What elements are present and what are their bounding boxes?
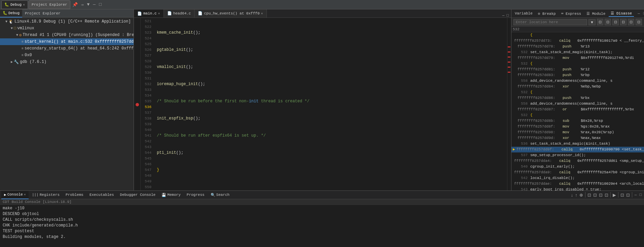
disasm-src-543: 543 early_boot_irqs_disabled = true; [511, 187, 644, 190]
editor-minimize[interactable]: — [501, 13, 506, 17]
scroll-marker-5 [508, 67, 510, 68]
tree-gdb[interactable]: ▶ 🔧 gdb (7.6.1) [0, 59, 134, 65]
tree-root-label: Linux4.18.9 Debug (1) [C/C++ Remote Appl… [14, 19, 131, 24]
gutter-536[interactable] [134, 102, 141, 107]
disasm-ops-dd9d: %eax,%eax [581, 135, 601, 141]
bottom-nav-8[interactable]: ▶ [612, 192, 617, 198]
disasm-src-532-3: 532 { [511, 90, 644, 95]
tree-0x0[interactable]: ≡ 0x0 [0, 52, 134, 59]
vmlinux-arrow: ▼ [11, 27, 13, 30]
console-line-call: CALL scripts/checksyscalls.sh [3, 217, 641, 223]
toolbar-minimize[interactable]: — [92, 1, 97, 8]
tab-progress[interactable]: Progress [184, 191, 207, 199]
tab-memory[interactable]: 💾 Memory [159, 191, 183, 199]
location-nav-btn1[interactable]: ⊡ [597, 19, 603, 25]
gutter-522 [134, 24, 141, 29]
location-nav-btn6[interactable]: ⊡ [636, 19, 642, 25]
debug-tab-close[interactable]: ✕ [23, 3, 25, 7]
bottom-minimize[interactable]: — [634, 193, 638, 197]
location-nav-btn5[interactable]: ⊡ [628, 19, 634, 25]
tree-secondary-startup[interactable]: ≡ secondary_startup_64() at head_64.S:24… [0, 45, 134, 52]
tree-root[interactable]: ▼ 🐧 Linux4.18.9 Debug (1) [C/C++ Remote … [0, 18, 134, 25]
tab-executables[interactable]: Executables [87, 191, 117, 199]
right-panel-minimize[interactable]: — [637, 11, 641, 15]
code-editor[interactable]: kmem_cache_init(); pgtable_init(); vmall… [154, 18, 507, 190]
tab-search[interactable]: 🔍 Search [208, 191, 232, 199]
tab-breakp[interactable]: ⊙ Breakp [536, 11, 558, 16]
disasm-ops-dd8f: %gs:0x28,%rax [581, 124, 610, 130]
gutter-527 [134, 52, 141, 57]
toolbar-maximize[interactable]: □ [98, 1, 103, 8]
editor-tab-bar: 📄 main.c ✕ 📄 head64.c 📄 cpu_hw_events() … [134, 9, 511, 18]
bottom-nav-10[interactable]: ⊡ [625, 192, 631, 198]
toolbar-forward[interactable]: ⇒ [80, 1, 85, 8]
disasm-line-dd78: ffffffff8257dd78: push %r13 [511, 44, 644, 49]
toolbar-dropdown[interactable]: ▼ [86, 1, 91, 8]
tab-module[interactable]: ☰ Module [584, 11, 607, 16]
tab-cpu-hw-events[interactable]: 📄 cpu_hw_events() at 0xfff0 ✕ [194, 9, 266, 17]
disasm-src-532-2: 532 { [511, 61, 644, 67]
disasm-linenum-src-4: 532 [517, 112, 528, 118]
tab-project-explorer[interactable]: Project Explorer [29, 0, 70, 9]
breakp-tab-label: Breakp [542, 12, 556, 16]
tab-debug[interactable]: 🐛 Debug ✕ [1, 0, 28, 9]
disasm-instr-dd9d: xor [563, 135, 579, 141]
tree-thread-label: Thread #1 1 (CPU#0 [running]) (Suspended… [23, 33, 134, 37]
bottom-nav-5[interactable]: ⊡ [593, 192, 598, 198]
bottom-nav-9[interactable]: ⊡ [620, 192, 625, 198]
debug-tab-icon: 🐛 [4, 2, 9, 7]
main-c-label: main.c [143, 11, 157, 15]
cpu-hw-close[interactable]: ✕ [261, 11, 263, 15]
disasm-instr-dd83: push [563, 72, 579, 78]
disasm-line-dd87: ffffffff8257dd87: or $0xffffffffffffffff… [511, 107, 644, 112]
disasm-brace-3: { [530, 90, 533, 95]
bottom-nav-7[interactable]: ⊡ [604, 192, 609, 198]
tab-project-explorer-left[interactable]: Project Explorer [22, 9, 63, 17]
tab-variable[interactable]: Variable [513, 11, 535, 16]
bottom-nav-4[interactable]: ⊡ [587, 192, 592, 198]
breakp-tab-icon: ⊙ [538, 12, 540, 16]
tab-registers[interactable]: ||| Registers [29, 191, 62, 199]
bottom-nav-3[interactable]: ⊕ [579, 192, 584, 198]
editor-gutter [134, 18, 141, 190]
disasm-ops-dda4: 0xffffffff8257dd61 <smp_setup_p... [577, 158, 644, 164]
bottom-nav-6[interactable]: ⊡ [598, 192, 603, 198]
tree-start-kernel[interactable]: ≡ start_kernel() at main.c:532 0xfffffff… [0, 38, 134, 45]
gdb-arrow: ▶ [11, 60, 13, 64]
disasm-instr-dd81: push [563, 67, 579, 72]
tab-debugger-console[interactable]: Debugger Console [117, 191, 158, 199]
bottom-maximize[interactable]: □ [638, 193, 643, 197]
code-line-525: /* Should be run before the first non-in… [157, 99, 507, 104]
bottom-nav-up[interactable]: ↑ [574, 192, 578, 198]
console-line-building: Building modules, stage 2. [3, 234, 641, 240]
console-tab-close[interactable]: ✕ [24, 192, 26, 197]
tab-problems[interactable]: Problems [63, 191, 86, 199]
right-panel-maximize[interactable]: □ [642, 11, 644, 15]
tab-console[interactable]: ▶ Console ✕ [1, 191, 29, 199]
tab-head64-c[interactable]: 📄 head64.c [164, 9, 195, 17]
editor-maximize[interactable]: □ [505, 13, 510, 17]
location-nav-btn2[interactable]: ⊡ [605, 19, 611, 25]
location-nav-btn4[interactable]: ⊡ [620, 19, 627, 25]
bottom-nav-down[interactable]: ↓ [570, 192, 574, 198]
tree-thread[interactable]: ▼ ⚙ Thread #1 1 (CPU#0 [running]) (Suspe… [0, 32, 134, 38]
disasm-line-dd83: ffffffff8257dd83: push %rbp [511, 72, 644, 78]
disasm-src-558-2-text: add_device_randomness(command_line, s [530, 101, 612, 107]
disasm-addr-dda4: ffffffff8257dda4: [514, 158, 558, 164]
location-input[interactable] [513, 19, 587, 25]
tab-debug-tree[interactable]: 🐛 Debug [0, 9, 22, 17]
main-c-close[interactable]: ✕ [158, 11, 160, 15]
scroll-gutter[interactable] [507, 18, 511, 190]
disasm-line-dd84: ffffffff8257dd84: xor %ebp,%ebp [511, 84, 644, 90]
location-dropdown-btn[interactable]: ▼ [588, 19, 596, 25]
tab-express[interactable]: ⌨ Express [559, 11, 583, 16]
toolbar-pin[interactable]: 📌 [71, 1, 79, 8]
bottom-sep-3 [618, 192, 618, 198]
tab-main-c[interactable]: 📄 main.c ✕ [134, 9, 164, 17]
disasm-src-537-text: smp_setup_processor_id(); [530, 152, 586, 158]
right-panel: Variable ⊙ Breakp ⌨ Express ☰ Module ☰ D… [511, 9, 644, 190]
tree-vmlinux[interactable]: ▼ □ vmlinux [0, 25, 134, 32]
tab-disasse[interactable]: ☰ Disasse [609, 10, 634, 17]
location-nav-btn3[interactable]: ⊡ [612, 19, 619, 25]
disasm-linenum-558-1: 558 [517, 78, 528, 84]
